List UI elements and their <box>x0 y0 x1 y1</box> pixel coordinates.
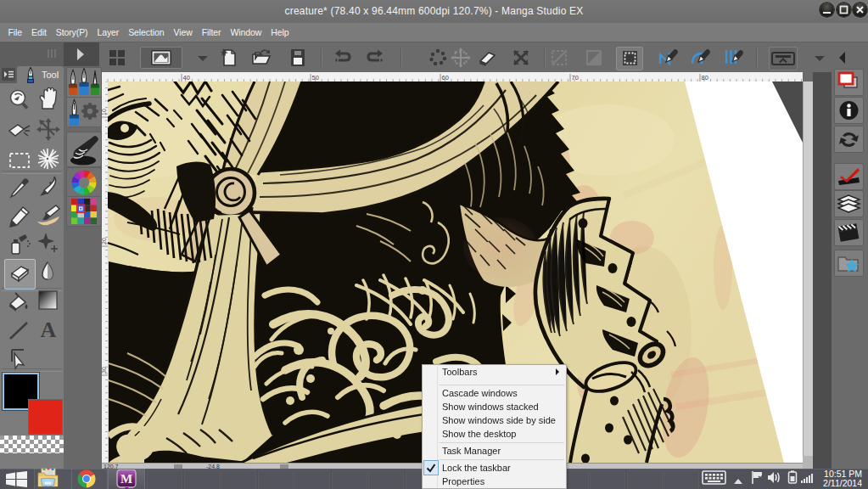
pages-panel-icon <box>835 70 863 95</box>
menu-edit[interactable]: Edit <box>27 23 52 42</box>
toolbar-scatter-button[interactable] <box>427 47 449 69</box>
context-menu-item-cascade-windows[interactable]: Cascade windows <box>423 386 566 400</box>
tool-eraser[interactable] <box>7 261 32 285</box>
toolbar-move-selection-button[interactable] <box>450 47 472 69</box>
context-menu-items: ToolbarsCascade windowsShow windows stac… <box>423 365 566 488</box>
touch-keyboard-icon <box>701 469 728 486</box>
background-color-swatch[interactable] <box>28 399 63 435</box>
tool-zoom[interactable] <box>7 88 32 112</box>
subtool-color-wheel[interactable] <box>66 167 102 198</box>
toolbar-undo-button[interactable] <box>332 47 354 69</box>
subtool-ink-brush[interactable] <box>66 132 102 167</box>
tray-battery[interactable] <box>787 469 798 485</box>
toolbar-page-preview-button[interactable] <box>140 47 182 69</box>
dock-info-button[interactable] <box>834 97 864 124</box>
menu-help[interactable]: Help <box>266 23 294 42</box>
toolbar-snap1-button[interactable] <box>548 47 570 69</box>
close-button[interactable] <box>853 3 867 17</box>
dock-materials-button[interactable] <box>834 250 864 277</box>
story-panel-icon <box>835 220 863 245</box>
tool-airbrush[interactable] <box>7 233 32 256</box>
toolbar-collapse-button[interactable] <box>832 47 854 69</box>
pen-icon <box>36 175 61 199</box>
dock-sync-button[interactable] <box>834 126 864 153</box>
tool-hand[interactable] <box>36 87 61 110</box>
minimize-button[interactable] <box>820 3 834 17</box>
context-menu-item-lock-the-taskbar[interactable]: Lock the taskbar <box>423 461 566 475</box>
subtool-swatches[interactable] <box>66 196 102 227</box>
eraser-icon <box>7 261 32 285</box>
pen-settings-icon <box>67 98 101 126</box>
dock-pages-button[interactable] <box>834 69 864 96</box>
palette-menu-button[interactable] <box>2 68 15 81</box>
context-menu-item-toolbars[interactable]: Toolbars <box>423 365 566 383</box>
toolbar-vector-curve-button[interactable] <box>690 47 712 69</box>
redo-icon <box>364 47 386 69</box>
toolbar-snap-grid-button[interactable] <box>616 47 643 70</box>
menu-filter[interactable]: Filter <box>197 23 226 42</box>
dock-finalize-button[interactable] <box>834 163 864 190</box>
tool-gradient[interactable] <box>36 289 61 312</box>
menu-file[interactable]: File <box>3 23 27 42</box>
context-menu-item-show-windows-side-by-side[interactable]: Show windows side by side <box>423 413 566 427</box>
context-menu-item-task-manager[interactable]: Task Manager <box>423 444 566 458</box>
tray-show-hidden[interactable] <box>733 474 743 481</box>
context-menu-item-show-the-desktop[interactable]: Show the desktop <box>423 427 566 441</box>
move-selection-icon <box>450 47 472 69</box>
window-title: creature* (78.40 x 96.44mm 600dpi 120.7%… <box>0 5 868 17</box>
maximize-button[interactable] <box>837 3 851 17</box>
toolbar-vector-line-button[interactable] <box>658 47 680 69</box>
subtool-pen-settings[interactable] <box>66 97 102 127</box>
transparent-color-swatch[interactable] <box>0 436 64 453</box>
toolbar-redo-button[interactable] <box>364 47 386 69</box>
start-button[interactable] <box>5 471 29 487</box>
toolbar-preview-dropdown[interactable] <box>192 47 214 69</box>
clock-date[interactable]: 2/11/2014 <box>815 479 862 488</box>
toolbar-workspace-button[interactable] <box>107 47 129 69</box>
tray-touch-keyboard[interactable] <box>701 469 728 486</box>
toolbar-eraser-vector-button[interactable] <box>477 47 499 69</box>
tool-brush[interactable] <box>36 203 61 227</box>
toolbar-snap2-button[interactable] <box>583 47 605 69</box>
dock-story-button[interactable] <box>834 219 864 246</box>
tray-action-center[interactable] <box>750 470 765 485</box>
toolbar-transform-button[interactable] <box>510 47 532 69</box>
menu-layer[interactable]: Layer <box>92 23 124 42</box>
tool-page-flick[interactable] <box>7 119 32 143</box>
menu-window[interactable]: Window <box>226 23 266 42</box>
tool-magic-wand[interactable] <box>36 147 61 171</box>
context-menu-item-show-windows-stacked[interactable]: Show windows stacked <box>423 400 566 413</box>
tool-move[interactable] <box>36 117 61 141</box>
tool-marquee[interactable] <box>7 149 32 172</box>
context-menu-item-properties[interactable]: Properties <box>423 475 566 488</box>
tool-text[interactable]: A <box>36 318 61 341</box>
subtool-pens[interactable] <box>66 67 102 98</box>
menu-selection[interactable]: Selection <box>124 23 169 42</box>
tray-volume[interactable] <box>766 470 781 485</box>
tool-tab[interactable]: Tool <box>17 66 64 83</box>
toolbar-open-button[interactable] <box>250 47 272 69</box>
tool-line[interactable] <box>7 319 32 343</box>
tool-decoration[interactable] <box>36 231 61 255</box>
palette-dock-expand[interactable] <box>64 42 99 66</box>
tool-pen[interactable] <box>36 175 61 199</box>
toolbar-layout-dropdown[interactable] <box>809 47 831 69</box>
tray-network[interactable] <box>801 472 813 483</box>
menu-storyp[interactable]: Story(P) <box>51 23 92 42</box>
context-menu-label: Show windows stacked <box>442 402 539 412</box>
taskbar-manga-studio[interactable]: M <box>108 469 145 489</box>
tool-blend[interactable] <box>36 260 61 284</box>
materials-panel-icon <box>835 250 863 276</box>
toolbar-save-button[interactable] <box>287 47 309 69</box>
tool-object-select[interactable] <box>7 346 32 370</box>
menu-view[interactable]: View <box>169 23 197 42</box>
dock-layers-button[interactable] <box>834 190 864 217</box>
svg-text:10: 10 <box>102 109 107 115</box>
vector-curve-icon <box>690 47 712 69</box>
toolbar-new-page-button[interactable] <box>217 47 239 69</box>
toolbar-vector-parallel-button[interactable] <box>722 47 744 69</box>
tool-eyedropper[interactable] <box>7 177 32 200</box>
tool-pencil[interactable] <box>7 205 32 228</box>
toolbar-panel-layout-button[interactable] <box>769 47 798 70</box>
tool-fill[interactable] <box>7 290 32 314</box>
